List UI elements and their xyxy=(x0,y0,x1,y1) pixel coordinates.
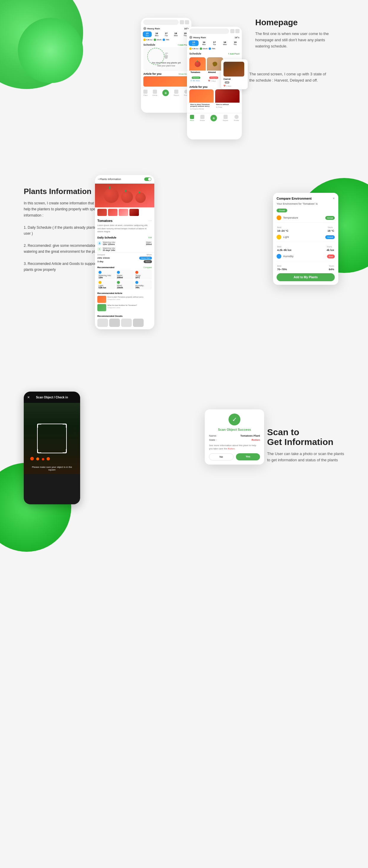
nav2-report[interactable]: Report xyxy=(223,115,228,121)
toggle-switch[interactable] xyxy=(144,177,151,181)
close-button[interactable]: × xyxy=(333,196,335,200)
thumb-3[interactable] xyxy=(119,209,128,216)
add-to-my-plants-button[interactable]: Add to My Plants xyxy=(277,273,335,281)
homepage-text-2: The second screen, I come up with 3 stat… xyxy=(249,71,332,84)
goods-item-1[interactable] xyxy=(97,319,108,327)
scan-see-more-text: See more information about this plant to… xyxy=(209,444,260,450)
plant-description: Lorem ipsum dolor sit amet, consetetur s… xyxy=(95,224,154,235)
more-options-icon[interactable]: ⋯ xyxy=(148,219,152,223)
schedule-item-almond[interactable]: Almond Delayed 📅 2 days xyxy=(207,57,223,83)
article-nav-icon xyxy=(153,90,157,94)
corner-tr xyxy=(63,424,67,428)
almond-image xyxy=(207,57,223,71)
divider-1 xyxy=(0,154,368,163)
goods-item-4[interactable] xyxy=(133,319,144,327)
days-row-2: 15 Sun 16 Mon 17 Tue 18 Wed 19 Thu xyxy=(187,40,242,46)
rec-temp-icon xyxy=(135,271,138,274)
nav2-plant[interactable]: Plant xyxy=(190,115,194,121)
scan-yes-button[interactable]: Yes xyxy=(236,453,260,460)
scan-center-btn[interactable]: ⊕ xyxy=(210,115,217,121)
nav-scan[interactable]: ⊕ xyxy=(162,90,169,96)
day2-wed[interactable]: 18 Wed xyxy=(220,40,230,46)
bell-icon[interactable] xyxy=(185,20,189,24)
article-text-2: What the best fertilizer for Tomatoes? G… xyxy=(108,304,137,309)
compare-link[interactable]: Compare xyxy=(143,267,152,269)
calendar-icon[interactable] xyxy=(180,20,184,24)
report-nav-icon xyxy=(174,90,178,94)
thumb-4[interactable] xyxy=(129,209,139,216)
goods-item-3[interactable] xyxy=(121,319,132,327)
green-blob-small xyxy=(18,18,83,83)
article-for-you-label: Article for you xyxy=(143,72,161,75)
weather-location-2: Heavy Rain xyxy=(189,36,206,39)
article-for-you-label-2: Article for you xyxy=(189,86,208,88)
plant-nav-icon xyxy=(143,90,148,94)
scan-no-button[interactable]: No xyxy=(209,453,234,460)
thumb-2[interactable] xyxy=(108,209,118,216)
schedule-header: Schedule + Add Plant xyxy=(141,42,191,47)
svg-rect-1 xyxy=(165,58,167,59)
nav-report[interactable]: Report xyxy=(174,90,179,96)
goods-item-2[interactable] xyxy=(109,319,120,327)
bottom-nav: Plant Article ⊕ Report Profile xyxy=(141,88,191,98)
delayed-row-1: 23hr 23min Heavy Rain xyxy=(97,257,152,259)
article-card-2[interactable]: How to without by Grego xyxy=(215,89,240,111)
nav2-profile[interactable]: Profile xyxy=(234,115,239,121)
rec-water-val: 200ml xyxy=(117,277,132,279)
carrot-popup-card: Carrot Off 📅 2 days xyxy=(221,59,248,89)
plants-info-desc: In this screen, I create some informatio… xyxy=(24,200,107,273)
schedule-header-2: Schedule + Add Plant xyxy=(187,51,242,56)
day-sun[interactable]: 15 Sun xyxy=(143,31,152,37)
article-cards-row: How to plant Tomatoes properly without w… xyxy=(189,89,240,111)
divider-2 xyxy=(0,371,368,380)
delayed-time-1: 23hr 23min xyxy=(97,257,110,259)
article-card-1[interactable]: How to plant Tomatoes properly without w… xyxy=(189,89,214,111)
plant-thumbnails xyxy=(95,207,154,217)
search-bar[interactable] xyxy=(143,20,179,25)
rec-stat-temp: Temp: 16°C xyxy=(134,270,152,279)
calendar-icon-2[interactable] xyxy=(230,29,235,33)
weather-stats-2: 5,8k lux 10m/h 76% xyxy=(187,46,242,51)
plants-info-text: Plants Information In this screen, I cre… xyxy=(24,187,107,273)
day2-tue[interactable]: 17 Tue xyxy=(210,40,219,46)
scan-section-title: Scan toGet Information xyxy=(267,427,344,447)
wind-icon xyxy=(154,38,156,41)
rec-wind-icon xyxy=(117,281,120,284)
back-button[interactable]: ‹ Plants Information xyxy=(98,178,121,181)
thumb-1[interactable] xyxy=(97,209,107,216)
homepage-title: Homepage xyxy=(255,18,332,27)
temperature-best: 16–24 °C xyxy=(277,229,288,232)
day2-mon[interactable]: 16 Mon xyxy=(199,40,209,46)
scan-text-section: Scan toGet Information The User can take… xyxy=(267,427,344,463)
corner-bl xyxy=(37,449,41,453)
article-header: Article for you Show More xyxy=(141,71,191,76)
day2-sun[interactable]: 15 Sun xyxy=(189,40,198,46)
daily-schedule-title: Daily Schedule xyxy=(97,236,116,239)
scan-phone-header: × Scan Object / Check in x xyxy=(24,392,80,403)
add-plant-button-2[interactable]: + Add Plant xyxy=(228,53,240,55)
edit-button[interactable]: Edit xyxy=(148,237,152,239)
scan-close-icon[interactable]: × xyxy=(27,395,30,400)
day-mon[interactable]: 16 Mon xyxy=(152,31,161,37)
nav2-scan[interactable]: ⊕ xyxy=(210,115,217,121)
plant-nav-icon-2 xyxy=(190,115,194,119)
nav-plant[interactable]: Plant xyxy=(143,90,148,96)
rec-watering-icon xyxy=(98,271,101,274)
delayed-col-label: Delayed xyxy=(97,254,105,256)
plants-info-phone: ‹ Plants Information xyxy=(95,175,154,329)
day2-thu[interactable]: 19 Thu xyxy=(230,40,240,46)
nav-article[interactable]: Article xyxy=(153,90,158,96)
recommended-goods-section: Recommended Goods xyxy=(95,314,154,329)
search-bar-2[interactable] xyxy=(189,29,229,34)
dashed-circle xyxy=(147,48,165,65)
rec-goods-title: Recommended Goods xyxy=(97,315,152,317)
bell-icon-2[interactable] xyxy=(235,29,240,33)
day-tue[interactable]: 17 Tue xyxy=(162,31,171,37)
scan-success-title: Scan Object Success xyxy=(209,428,260,431)
nav2-article[interactable]: Article xyxy=(200,115,205,121)
rotten-link[interactable]: Rotten xyxy=(228,447,235,450)
schedule-item-tomatoes[interactable]: Tomatoes Harvest ⏱ 3hr 4min xyxy=(189,57,206,83)
tomato-hero-1 xyxy=(104,188,119,203)
scan-success-icon: ✓ xyxy=(228,413,240,425)
day-wed[interactable]: 18 Wed xyxy=(171,31,180,37)
